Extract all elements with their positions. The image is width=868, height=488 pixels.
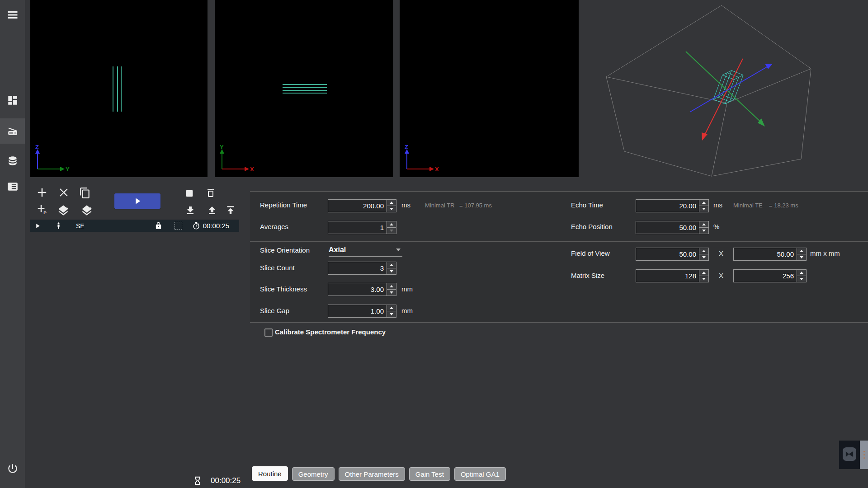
import-stack-button[interactable] xyxy=(80,204,93,217)
camera-switch-button[interactable] xyxy=(843,447,856,461)
widget-drag-handle[interactable] xyxy=(860,441,868,469)
axis-label-horizontal: Y xyxy=(66,166,70,173)
slice-gap-field[interactable] xyxy=(328,305,396,318)
spin-down[interactable] xyxy=(387,228,396,234)
repetition-time-field[interactable] xyxy=(328,199,396,212)
spin-up[interactable] xyxy=(387,262,396,268)
viewport-zy[interactable]: Z Y xyxy=(30,0,208,177)
matrix-x-field[interactable] xyxy=(636,269,709,282)
spin-down[interactable] xyxy=(797,254,806,260)
spin-down[interactable] xyxy=(699,206,708,212)
repetition-time-label: Repetition Time xyxy=(260,201,307,209)
sidebar-item-database[interactable] xyxy=(0,148,25,174)
tab-gain-test[interactable]: Gain Test xyxy=(409,467,450,481)
slice-thickness-input[interactable] xyxy=(328,283,387,296)
slice-line xyxy=(283,87,327,88)
grip-dot xyxy=(863,451,865,452)
slice-orientation-value: Axial xyxy=(329,246,396,254)
calibrate-checkbox[interactable] xyxy=(264,328,273,337)
sequence-queue-row[interactable]: SE 00:00:25 xyxy=(30,220,239,232)
sidebar-item-records[interactable] xyxy=(0,174,25,199)
play-icon xyxy=(132,196,142,206)
stop-button[interactable] xyxy=(183,187,196,200)
spin-up[interactable] xyxy=(797,248,806,254)
sequence-duration: 00:00:25 xyxy=(203,222,229,230)
spin-down[interactable] xyxy=(699,254,708,260)
axis-indicator: Y X xyxy=(217,145,255,174)
person-icon xyxy=(55,222,62,230)
slice-orientation-dropdown[interactable]: Axial xyxy=(329,244,402,257)
sequence-name: SE xyxy=(76,222,85,230)
viewport-3d[interactable] xyxy=(581,0,868,183)
spin-up[interactable] xyxy=(699,221,708,228)
spin-up[interactable] xyxy=(797,270,806,276)
slice-count-input[interactable] xyxy=(328,262,387,274)
selection-box-icon[interactable] xyxy=(175,222,182,230)
averages-field[interactable] xyxy=(328,221,396,234)
field-of-view-label: Field of View xyxy=(571,249,610,257)
spin-down[interactable] xyxy=(797,276,806,282)
slice-count-field[interactable] xyxy=(328,262,396,275)
sidebar-item-scanner[interactable] xyxy=(0,118,25,144)
sidebar-item-dashboard[interactable] xyxy=(0,88,25,113)
add-button[interactable] xyxy=(36,186,48,199)
matrix-y-input[interactable] xyxy=(734,270,797,282)
parameter-tabs: Routine Geometry Other Parameters Gain T… xyxy=(252,466,506,481)
upload-button[interactable] xyxy=(206,204,218,217)
export-stack-button[interactable] xyxy=(57,204,70,217)
run-sequence-button[interactable] xyxy=(114,193,160,209)
spin-down[interactable] xyxy=(387,268,396,274)
spin-down[interactable] xyxy=(387,290,396,296)
add-protocol-button[interactable]: P xyxy=(36,203,48,216)
tab-routine[interactable]: Routine xyxy=(252,466,288,481)
axis-label-horizontal: X xyxy=(250,166,254,173)
slice-gap-input[interactable] xyxy=(328,305,387,317)
viewport-zx[interactable]: Z X xyxy=(400,0,579,177)
fov-y-field[interactable] xyxy=(733,248,807,261)
tab-other-parameters[interactable]: Other Parameters xyxy=(339,467,405,481)
section-divider xyxy=(250,241,868,242)
lock-icon[interactable] xyxy=(155,222,162,230)
publish-button[interactable] xyxy=(224,204,237,216)
matrix-x-input[interactable] xyxy=(636,270,699,282)
download-button[interactable] xyxy=(184,204,197,217)
spin-down[interactable] xyxy=(699,228,708,234)
power-button[interactable] xyxy=(0,456,25,481)
fov-unit: mm x mm xyxy=(810,249,840,257)
spin-up[interactable] xyxy=(387,283,396,290)
play-small-icon[interactable] xyxy=(34,222,41,230)
spin-up[interactable] xyxy=(699,248,708,254)
records-icon xyxy=(7,181,19,192)
tab-geometry[interactable]: Geometry xyxy=(292,467,335,481)
spin-up[interactable] xyxy=(699,200,708,206)
spin-up[interactable] xyxy=(387,200,396,206)
spin-down[interactable] xyxy=(387,206,396,212)
remove-button[interactable] xyxy=(57,186,70,199)
duplicate-button[interactable] xyxy=(79,187,91,199)
averages-input[interactable] xyxy=(328,221,387,234)
fov-x-input[interactable] xyxy=(636,248,699,260)
spin-up[interactable] xyxy=(699,270,708,276)
echo-position-field[interactable] xyxy=(636,221,709,234)
copy-icon xyxy=(79,187,91,199)
echo-time-input[interactable] xyxy=(636,200,699,212)
echo-time-field[interactable] xyxy=(636,199,709,212)
plus-icon xyxy=(36,187,48,198)
menu-button[interactable] xyxy=(0,2,25,28)
repetition-time-input[interactable] xyxy=(328,200,387,212)
wireframe-cube xyxy=(606,5,811,176)
matrix-y-field[interactable] xyxy=(733,269,807,282)
fov-x-field[interactable] xyxy=(636,248,709,261)
delete-button[interactable] xyxy=(204,187,217,199)
viewport-yx[interactable]: Y X xyxy=(215,0,393,177)
spin-down[interactable] xyxy=(387,311,396,317)
tab-optimal-ga1[interactable]: Optimal GA1 xyxy=(454,467,506,481)
fov-y-input[interactable] xyxy=(734,248,797,260)
echo-time-label: Echo Time xyxy=(571,201,603,209)
axis-indicator: Z Y xyxy=(33,145,71,174)
spin-up[interactable] xyxy=(387,221,396,228)
slice-thickness-field[interactable] xyxy=(328,283,396,296)
echo-position-input[interactable] xyxy=(636,221,699,234)
spin-up[interactable] xyxy=(387,305,396,311)
spin-down[interactable] xyxy=(699,276,708,282)
